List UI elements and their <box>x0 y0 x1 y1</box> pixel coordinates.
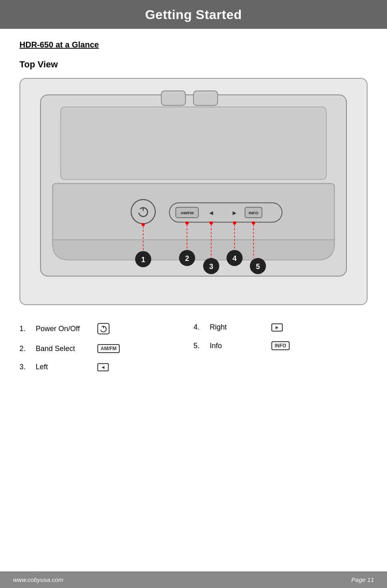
sub-title: Top View <box>19 59 368 70</box>
svg-text:1: 1 <box>141 256 145 264</box>
legend: 1. Power On/Off 2. Band Select AM/FM <box>19 318 368 376</box>
svg-rect-2 <box>194 91 218 106</box>
page-title: Getting Started <box>0 7 387 22</box>
svg-point-15 <box>142 223 145 226</box>
svg-text:AM/FM: AM/FM <box>181 211 194 215</box>
legend-label-5: Info <box>210 342 267 350</box>
legend-num-5: 5. <box>194 342 205 350</box>
svg-point-19 <box>252 221 255 224</box>
legend-col-left: 1. Power On/Off 2. Band Select AM/FM <box>19 318 194 376</box>
list-item: 5. Info INFO <box>194 336 368 355</box>
svg-point-5 <box>131 200 155 224</box>
svg-rect-1 <box>161 91 186 106</box>
svg-rect-35 <box>98 323 109 334</box>
page-footer: www.cobyusa.com Page 11 <box>0 571 387 588</box>
svg-text:2: 2 <box>185 254 189 263</box>
svg-text:3: 3 <box>209 263 213 271</box>
svg-text:INFO: INFO <box>249 211 258 215</box>
right-icon: ► <box>271 323 283 332</box>
legend-label-3: Left <box>36 363 92 371</box>
legend-num-3: 3. <box>19 363 31 371</box>
svg-point-18 <box>233 221 236 224</box>
left-icon: ◄ <box>97 363 109 371</box>
legend-num-2: 2. <box>19 345 31 353</box>
page-header: Getting Started <box>0 0 387 29</box>
footer-page: Page 11 <box>351 576 374 583</box>
section-title: HDR-650 at a Glance <box>19 40 368 50</box>
svg-text:◄: ◄ <box>208 209 215 216</box>
legend-label-1: Power On/Off <box>36 325 92 333</box>
legend-num-4: 4. <box>194 323 205 332</box>
list-item: 1. Power On/Off <box>19 318 194 339</box>
page-content: HDR-650 at a Glance Top View AM <box>0 29 387 409</box>
list-item: 4. Right ► <box>194 318 368 336</box>
svg-rect-3 <box>61 107 327 180</box>
list-item: 3. Left ◄ <box>19 358 194 376</box>
legend-col-right: 4. Right ► 5. Info INFO <box>194 318 368 376</box>
svg-text:4: 4 <box>232 254 236 263</box>
footer-url: www.cobyusa.com <box>13 576 63 583</box>
list-item: 2. Band Select AM/FM <box>19 339 194 358</box>
legend-label-2: Band Select <box>36 345 92 353</box>
svg-text:5: 5 <box>256 263 260 271</box>
legend-num-1: 1. <box>19 325 31 333</box>
svg-point-17 <box>210 221 213 224</box>
diagram-svg: AM/FM ◄ ► INFO <box>28 87 359 296</box>
device-diagram: AM/FM ◄ ► INFO <box>19 78 368 305</box>
svg-point-16 <box>185 221 189 224</box>
amfm-icon: AM/FM <box>97 344 120 353</box>
info-icon: INFO <box>271 341 290 350</box>
svg-text:►: ► <box>231 209 238 216</box>
power-icon <box>97 323 110 334</box>
legend-label-4: Right <box>210 323 267 332</box>
